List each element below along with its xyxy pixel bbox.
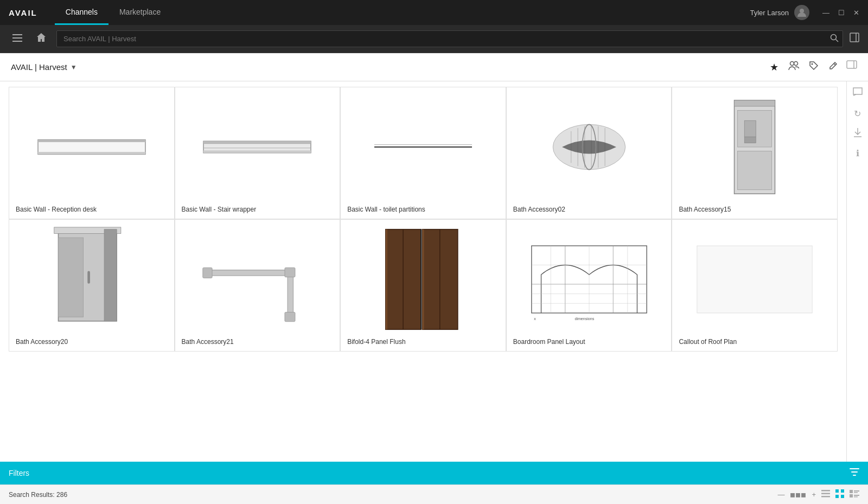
svg-rect-67 <box>697 246 812 313</box>
svg-rect-36 <box>744 137 756 143</box>
svg-rect-79 <box>854 492 858 493</box>
tab-marketplace[interactable]: Marketplace <box>108 0 171 25</box>
svg-rect-73 <box>835 489 839 493</box>
grid-item[interactable]: Bath Accessory21 <box>175 219 341 352</box>
grid-item[interactable]: Bifold-4 Panel Flush <box>340 219 506 352</box>
toolbar <box>0 25 868 53</box>
svg-rect-33 <box>735 100 775 106</box>
filter-icon[interactable] <box>850 468 859 479</box>
svg-rect-82 <box>854 496 858 497</box>
svg-rect-81 <box>854 495 859 496</box>
search-icon[interactable] <box>830 34 839 44</box>
channel-name-area: AVAIL | Harvest ▼ <box>11 62 77 72</box>
svg-point-4 <box>831 34 837 40</box>
items-grid: Basic Wall - Reception desk Basic Wall -… <box>9 87 838 352</box>
channel-dropdown-icon[interactable]: ▼ <box>71 63 77 71</box>
list-view-icon[interactable] <box>821 490 830 500</box>
svg-rect-41 <box>104 229 117 321</box>
search-input[interactable] <box>56 30 843 47</box>
item-preview <box>15 93 169 201</box>
svg-rect-40 <box>58 238 83 317</box>
item-label: Basic Wall - toilet partitions <box>346 206 500 213</box>
grid-item[interactable]: Basic Wall - Reception desk <box>9 87 175 219</box>
item-preview <box>678 93 832 201</box>
svg-rect-37 <box>738 151 772 190</box>
item-preview <box>346 93 500 201</box>
svg-rect-35 <box>744 120 756 137</box>
panel-toggle-icon[interactable] <box>850 33 859 45</box>
item-label: Bath Accessory02 <box>512 206 666 213</box>
item-preview <box>678 225 832 334</box>
grid-item[interactable]: Basic Wall - toilet partitions <box>340 87 506 219</box>
maximize-button[interactable]: ☐ <box>838 9 845 17</box>
item-label: Boardroom Panel Layout <box>512 338 666 346</box>
channel-bar-icons: ★ <box>770 61 838 73</box>
svg-rect-77 <box>850 490 853 493</box>
user-name: Tyler Larson <box>750 9 789 17</box>
svg-text:dimensions: dimensions <box>575 317 594 321</box>
right-sidebar: ↻ ℹ <box>846 81 868 462</box>
chat-side-icon[interactable] <box>846 60 857 74</box>
status-bar: Search Results: 286 — ◼◼◼ + <box>0 484 868 504</box>
item-preview <box>346 225 500 334</box>
grid-area: Basic Wall - Reception desk Basic Wall -… <box>0 81 846 462</box>
svg-rect-3 <box>12 41 22 42</box>
star-icon[interactable]: ★ <box>770 61 778 73</box>
search-container <box>56 30 843 47</box>
edit-icon[interactable] <box>828 61 838 73</box>
zoom-out-icon[interactable]: — <box>777 490 784 499</box>
svg-point-0 <box>800 9 804 13</box>
svg-rect-1 <box>12 34 22 35</box>
svg-rect-76 <box>841 495 844 498</box>
item-label: Bath Accessory20 <box>15 338 169 346</box>
zoom-in-icon[interactable]: + <box>812 490 816 499</box>
grid-item[interactable]: Bath Accessory20 <box>9 219 175 352</box>
status-bar-right: — ◼◼◼ + <box>777 489 859 500</box>
minimize-button[interactable]: — <box>822 9 829 17</box>
svg-rect-2 <box>12 37 22 39</box>
svg-text:x: x <box>534 317 536 321</box>
svg-rect-12 <box>847 61 857 68</box>
people-icon[interactable] <box>788 61 799 73</box>
grid-item[interactable]: x dimensions Boardroom Panel Layout <box>506 219 672 352</box>
svg-rect-16 <box>38 152 145 155</box>
grid-item[interactable]: Callout of Roof Plan <box>672 219 838 352</box>
title-bar: AVAIL Channels Marketplace Tyler Larson … <box>0 0 868 25</box>
svg-rect-46 <box>285 267 295 277</box>
nav-tabs: Channels Marketplace <box>55 0 171 25</box>
user-avatar[interactable] <box>794 5 809 20</box>
download-icon[interactable] <box>853 127 862 139</box>
chat-icon[interactable] <box>852 87 863 100</box>
item-label: Bifold-4 Panel Flush <box>346 338 500 346</box>
svg-rect-75 <box>835 495 839 498</box>
refresh-icon[interactable]: ↻ <box>854 109 861 119</box>
user-area: Tyler Larson <box>750 5 809 20</box>
svg-point-10 <box>812 63 813 65</box>
svg-rect-70 <box>821 490 830 492</box>
item-preview <box>181 225 335 334</box>
grid-item[interactable]: Bath Accessory02 <box>506 87 672 219</box>
svg-line-5 <box>836 39 839 42</box>
menu-icon[interactable] <box>9 33 26 44</box>
svg-rect-52 <box>386 229 387 330</box>
zoom-bar-icon[interactable]: ◼◼◼ <box>790 491 806 499</box>
item-preview <box>512 93 666 201</box>
svg-rect-6 <box>850 33 859 42</box>
svg-rect-45 <box>203 267 212 278</box>
item-label: Basic Wall - Reception desk <box>15 206 169 213</box>
tab-channels[interactable]: Channels <box>55 0 108 25</box>
item-label: Bath Accessory21 <box>181 338 335 346</box>
info-icon[interactable]: ℹ <box>856 148 859 158</box>
svg-rect-72 <box>821 496 830 497</box>
close-button[interactable]: ✕ <box>853 9 859 17</box>
grid-item[interactable]: Basic Wall - Stair wrapper <box>175 87 341 219</box>
channel-name-text: AVAIL | Harvest <box>11 62 67 72</box>
tag-icon[interactable] <box>809 61 819 73</box>
svg-rect-42 <box>87 271 90 284</box>
svg-rect-15 <box>38 140 145 143</box>
svg-rect-18 <box>203 141 311 144</box>
grid-item[interactable]: Bath Accessory15 <box>672 87 838 219</box>
detail-view-icon[interactable] <box>850 490 859 500</box>
grid-view-icon[interactable] <box>835 489 844 500</box>
home-icon[interactable] <box>33 33 50 45</box>
